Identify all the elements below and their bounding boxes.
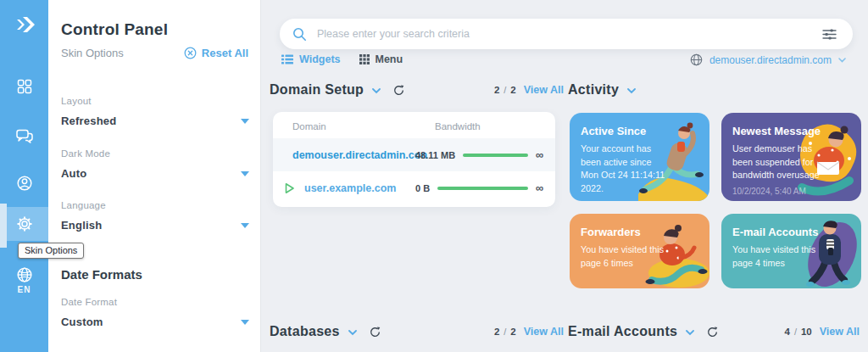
- domain-setup-header: Domain Setup 2 / 2 View All: [270, 82, 564, 98]
- table-header-row: Domain Bandwidth: [273, 112, 555, 138]
- language-globe-icon: [16, 266, 33, 283]
- page-subtitle: Skin Options: [61, 47, 124, 59]
- activity-card-active-since[interactable]: Active Since Your account has been activ…: [570, 113, 709, 201]
- bandwidth-progress-bar: [463, 154, 528, 157]
- layout-select[interactable]: Refreshed: [61, 115, 249, 127]
- account-icon: [16, 175, 33, 192]
- double-chevron-logo-icon: [10, 10, 39, 39]
- tab-menu[interactable]: Menu: [359, 53, 403, 65]
- dark-mode-label: Dark Mode: [61, 148, 249, 159]
- directadmin-logo[interactable]: [0, 0, 48, 48]
- reset-all-label: Reset All: [202, 47, 248, 59]
- activity-card-forwarders[interactable]: Forwarders You have visited this page 6 …: [570, 214, 709, 288]
- domain-link[interactable]: demouser.directadmin.con: [292, 149, 427, 161]
- language-label: Language: [61, 200, 249, 210]
- date-format-value: Custom: [61, 316, 103, 328]
- x-circle-icon: [184, 47, 197, 59]
- chevron-down-icon: [838, 58, 846, 63]
- search-input[interactable]: [317, 28, 819, 40]
- support-chat-icon: [15, 128, 34, 145]
- card-title: E-mail Accounts: [732, 226, 850, 238]
- search-icon: [292, 27, 307, 42]
- refresh-icon: [393, 85, 404, 96]
- tab-widgets-label: Widgets: [299, 53, 341, 65]
- column-header-domain: Domain: [292, 121, 435, 131]
- email-accounts-total: 10: [801, 327, 812, 337]
- search-filters-button[interactable]: [819, 25, 840, 44]
- chevron-down-icon: [241, 223, 249, 228]
- refresh-icon: [707, 327, 718, 338]
- table-row: demouser.directadmin.con 48.11 MB ∞: [273, 138, 555, 171]
- account-dropdown[interactable]: demouser.directadmin.com: [690, 53, 846, 66]
- sliders-icon: [822, 28, 837, 41]
- language-select[interactable]: English: [61, 219, 249, 232]
- date-format-label: Date Format: [61, 297, 249, 307]
- layout-label: Layout: [61, 96, 249, 106]
- card-title: Newest Message: [732, 125, 850, 137]
- chevron-down-icon: [348, 330, 357, 336]
- chevron-down-icon: [372, 88, 381, 94]
- email-accounts-refresh-button[interactable]: [707, 327, 718, 338]
- dark-mode-value: Auto: [61, 167, 86, 180]
- card-body: You have visited this page 6 times: [581, 243, 670, 270]
- tab-widgets[interactable]: Widgets: [281, 53, 341, 65]
- sidebar-item-skin-options[interactable]: [0, 207, 48, 241]
- card-timestamp: 10/2/2024, 5:40 AM: [732, 187, 850, 196]
- chevron-down-icon: [686, 330, 694, 336]
- email-accounts-view-all-link[interactable]: View All: [820, 326, 860, 338]
- page-title: Control Panel: [61, 20, 168, 39]
- language-code-label: EN: [0, 285, 48, 294]
- view-tabs: Widgets Menu: [281, 53, 403, 65]
- skin-options-panel: Control Panel Skin Options Reset All Lay…: [48, 0, 261, 352]
- activity-collapse-button[interactable]: [627, 86, 636, 94]
- play-icon: [284, 182, 295, 194]
- databases-refresh-button[interactable]: [370, 327, 381, 338]
- sidebar: EN: [0, 0, 48, 352]
- skin-options-tooltip: Skin Options: [18, 243, 84, 259]
- domain-setup-view-all-link[interactable]: View All: [524, 84, 564, 96]
- domain-setup-table: Domain Bandwidth demouser.directadmin.co…: [273, 112, 555, 207]
- layout-value: Refreshed: [61, 115, 116, 127]
- refresh-icon: [370, 327, 381, 338]
- sidebar-item-account[interactable]: [0, 166, 48, 200]
- sidebar-item-dashboard[interactable]: [0, 70, 48, 103]
- databases-total: 2: [510, 327, 515, 337]
- databases-view-all-link[interactable]: View All: [524, 326, 564, 338]
- date-format-select[interactable]: Custom: [61, 316, 249, 328]
- domain-setup-count: 2: [494, 85, 499, 95]
- bandwidth-limit: ∞: [536, 182, 543, 193]
- bandwidth-value: 0 B: [415, 183, 430, 193]
- activity-header: Activity: [568, 82, 860, 98]
- column-header-bandwidth: Bandwidth: [435, 121, 543, 131]
- email-accounts-collapse-button[interactable]: [686, 327, 694, 336]
- table-row: user.example.com 0 B ∞: [273, 171, 555, 204]
- bandwidth-limit: ∞: [536, 149, 543, 160]
- databases-title: Databases: [270, 324, 340, 339]
- bandwidth-progress-bar: [437, 187, 528, 190]
- card-body: You have visited this page 4 times: [732, 243, 822, 270]
- count-separator: /: [794, 327, 797, 337]
- activity-card-email-accounts[interactable]: E-mail Accounts You have visited this pa…: [721, 214, 861, 288]
- email-accounts-title: E-mail Accounts: [568, 324, 677, 339]
- chevron-down-icon: [241, 119, 249, 124]
- preview-domain-button[interactable]: [284, 182, 295, 194]
- sidebar-item-support[interactable]: [0, 120, 48, 154]
- domain-setup-collapse-button[interactable]: [372, 86, 381, 94]
- email-accounts-header: E-mail Accounts 4 / 10 View All: [568, 324, 860, 339]
- account-name: demouser.directadmin.com: [709, 54, 832, 66]
- card-body: Your account has been active since Mon O…: [581, 142, 670, 196]
- active-nav-indicator: [0, 204, 7, 248]
- domain-link[interactable]: user.example.com: [304, 182, 396, 194]
- tab-menu-label: Menu: [376, 53, 403, 65]
- skin-options-gear-icon: [16, 215, 33, 232]
- account-globe-icon: [690, 53, 703, 66]
- date-formats-heading: Date Formats: [61, 267, 142, 282]
- reset-all-button[interactable]: Reset All: [184, 47, 248, 59]
- databases-count: 2: [494, 327, 499, 337]
- databases-collapse-button[interactable]: [348, 327, 357, 336]
- databases-header: Databases 2 / 2 View All: [270, 324, 564, 339]
- dark-mode-select[interactable]: Auto: [61, 167, 249, 180]
- activity-card-newest-message[interactable]: Newest Message User demouser has been su…: [721, 113, 861, 201]
- domain-setup-refresh-button[interactable]: [393, 85, 404, 96]
- card-body: User demouser has been suspended for ban…: [732, 142, 822, 182]
